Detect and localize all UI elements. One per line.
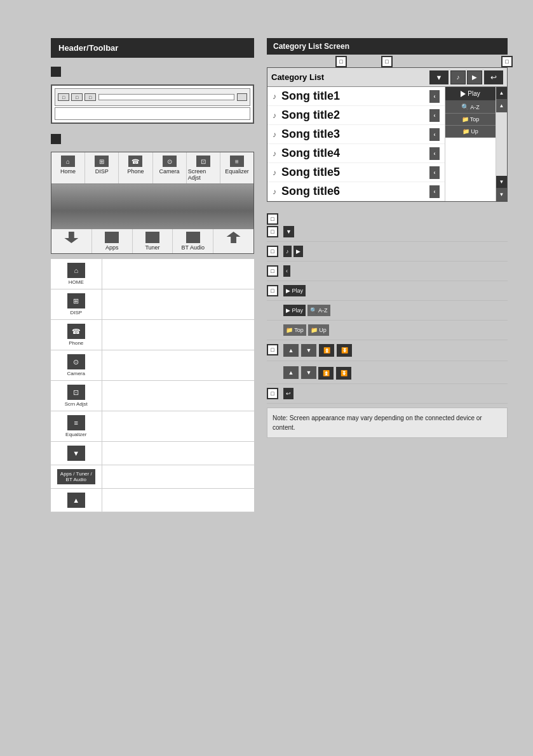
left-panel: Header/Toolbar □ □ □ bbox=[51, 38, 254, 512]
phone-icon: ☎ bbox=[128, 156, 142, 167]
tuner-icon bbox=[145, 232, 159, 243]
song-arrow-2: ‹ bbox=[429, 109, 440, 122]
scroll-down-btn[interactable]: ▼ bbox=[496, 176, 507, 189]
scrn-desc-icon: ⊡ bbox=[67, 385, 85, 400]
phone-desc-label: Phone bbox=[69, 340, 83, 346]
nav-bottom-btn[interactable]: ⏬ bbox=[337, 344, 352, 357]
play2-icon-btn: ▶ Play bbox=[283, 305, 306, 316]
camera-desc-label: Camera bbox=[67, 371, 85, 376]
bottom-arrow-up[interactable] bbox=[213, 229, 253, 253]
scroll-down2-btn[interactable]: ▼ bbox=[496, 189, 507, 201]
home-toolbar: ⌂ Home ⊞ DISP ☎ Phone ⊙ Camera bbox=[51, 152, 253, 184]
nav-down-btn[interactable]: ▼ bbox=[301, 344, 316, 357]
cat-dropdown-btn[interactable]: ▼ bbox=[429, 70, 449, 84]
toolbar-disp[interactable]: ⊞ DISP bbox=[85, 152, 119, 183]
song-item-2[interactable]: ♪ Song title2 ‹ bbox=[267, 106, 445, 125]
song-arrow-3: ‹ bbox=[429, 128, 440, 141]
arrow-up-icon bbox=[227, 232, 241, 243]
cat-play-btn[interactable]: Play bbox=[445, 87, 496, 101]
scroll-up-btn[interactable]: ▲ bbox=[496, 87, 507, 100]
eq-desc-icon: ≡ bbox=[67, 415, 85, 430]
right-panel: Category List Screen □ □ □ Category List… bbox=[267, 38, 508, 512]
eq-desc-text bbox=[102, 411, 254, 442]
toolbar-eq[interactable]: ≡ Equalizer bbox=[220, 152, 253, 183]
table-row: ≡ Equalizer bbox=[51, 411, 254, 442]
az2-icon-btn: 🔍 A-Z bbox=[307, 305, 330, 316]
cat-top-btn[interactable]: 📁 Top bbox=[445, 114, 496, 126]
desc-icon-media: ♪ ▶ bbox=[283, 246, 303, 257]
home-icon-cell: ⌂ HOME bbox=[53, 263, 99, 285]
song-item-1[interactable]: ♪ Song title1 ‹ bbox=[267, 87, 445, 106]
scroll-up2-btn[interactable]: ▲ bbox=[496, 100, 507, 112]
right-desc-play-az: ▶ Play 🔍 A-Z bbox=[267, 301, 508, 321]
table-row: ☎ Phone bbox=[51, 320, 254, 350]
table-row: ⌂ HOME bbox=[51, 259, 254, 289]
eq-desc-label: Equalizer bbox=[65, 432, 86, 437]
camera-icon-cell: ⊙ Camera bbox=[53, 354, 99, 376]
song-note-3: ♪ bbox=[273, 130, 276, 139]
desc-icon-folder: 📁 Top 📁 Up bbox=[283, 324, 329, 336]
desc-marker-1: □ bbox=[267, 226, 278, 237]
bottom-apps[interactable]: Apps bbox=[92, 229, 133, 253]
home-icon: ⌂ bbox=[61, 156, 75, 167]
collapse-icon-btn: ‹ bbox=[283, 265, 290, 277]
toolbar-screen-label: Screen Adjst bbox=[188, 168, 219, 181]
bottom-arrow-down[interactable] bbox=[51, 229, 92, 253]
screen-adjst-icon: ⊡ bbox=[196, 156, 210, 167]
equalizer-icon: ≡ bbox=[230, 156, 244, 167]
top-label: Top bbox=[470, 116, 480, 123]
info-text: Note: Screen appearance may vary dependi… bbox=[273, 414, 482, 431]
cat-video-btn[interactable]: ▶ bbox=[467, 70, 482, 84]
toolbar-phone[interactable]: ☎ Phone bbox=[119, 152, 152, 183]
toolbar-screen[interactable]: ⊡ Screen Adjst bbox=[187, 152, 220, 183]
nav-up-btn[interactable]: ▲ bbox=[283, 344, 299, 357]
cat-az-btn[interactable]: 🔍 A-Z bbox=[445, 101, 496, 114]
bottom-bt-audio-label: BT Audio bbox=[182, 244, 205, 251]
nav-top-btn[interactable]: ⏫ bbox=[319, 344, 334, 357]
toolbar-camera-label: Camera bbox=[159, 168, 180, 175]
play-icon-btn: ▶ Play bbox=[283, 285, 306, 296]
bottom-bt-audio[interactable]: BT Audio bbox=[173, 229, 213, 253]
up-arrow-desc-icon: ▲ bbox=[67, 493, 85, 508]
song-title-2: Song title2 bbox=[281, 109, 340, 122]
nav-top2-btn[interactable]: ⏫ bbox=[318, 367, 334, 380]
eq-icon-cell: ≡ Equalizer bbox=[53, 415, 99, 437]
up-arrow-icon-cell: ▲ bbox=[53, 493, 99, 508]
play-label: Play bbox=[468, 90, 480, 97]
cat-music-btn[interactable]: ♪ bbox=[450, 70, 466, 84]
toolbar-camera[interactable]: ⊙ Camera bbox=[153, 152, 187, 183]
right-desc-folder: 📁 Top 📁 Up bbox=[267, 321, 508, 340]
song-item-4[interactable]: ♪ Song title4 ‹ bbox=[267, 144, 445, 163]
song-arrow-6: ‹ bbox=[429, 185, 440, 198]
song-title-6: Song title6 bbox=[281, 185, 340, 198]
apps-desc-icon: Apps / Tuner / BT Audio bbox=[57, 469, 95, 484]
apps-group-desc-text bbox=[102, 465, 254, 489]
cat-back-btn[interactable]: ↩ bbox=[484, 70, 503, 84]
nav-bottom2-btn[interactable]: ⏬ bbox=[336, 367, 351, 380]
nav-up2-btn[interactable]: ▲ bbox=[283, 366, 299, 379]
desc-icon-dropdown: ▼ bbox=[283, 226, 294, 237]
song-item-3[interactable]: ♪ Song title3 ‹ bbox=[267, 125, 445, 144]
home-screen-mockup: ⌂ Home ⊞ DISP ☎ Phone ⊙ Camera bbox=[51, 152, 254, 254]
toolbar-home[interactable]: ⌂ Home bbox=[51, 152, 85, 183]
cat-list-header: Category List ▼ ♪ ▶ ↩ bbox=[267, 68, 507, 87]
song-item-6[interactable]: ♪ Song title6 ‹ bbox=[267, 182, 445, 201]
cat-up-btn[interactable]: 📁 Up bbox=[445, 126, 496, 138]
bottom-tuner[interactable]: Tuner bbox=[133, 229, 173, 253]
subsection-marker-2 bbox=[51, 134, 61, 144]
az-label: A-Z bbox=[470, 104, 480, 110]
home-image-area bbox=[51, 184, 253, 229]
cat-scrollbar: ▲ ▲ ▼ ▼ bbox=[496, 87, 507, 201]
bt-audio-icon bbox=[186, 232, 200, 243]
song-list: ♪ Song title1 ‹ ♪ Song title2 ‹ ♪ Song t… bbox=[267, 87, 445, 201]
bottom-tuner-label: Tuner bbox=[145, 244, 159, 251]
info-box: Note: Screen appearance may vary dependi… bbox=[267, 408, 508, 438]
disp-icon: ⊞ bbox=[95, 156, 109, 167]
nav-down2-btn[interactable]: ▼ bbox=[301, 366, 316, 379]
apps-icon bbox=[105, 232, 119, 243]
desc-icon-play2: ▶ Play 🔍 A-Z bbox=[283, 305, 330, 316]
song-arrow-4: ‹ bbox=[429, 147, 440, 160]
right-desc-back: □ ↩ bbox=[267, 384, 508, 404]
song-item-5[interactable]: ♪ Song title5 ‹ bbox=[267, 163, 445, 182]
callout-bottom-3: □ bbox=[267, 213, 278, 225]
